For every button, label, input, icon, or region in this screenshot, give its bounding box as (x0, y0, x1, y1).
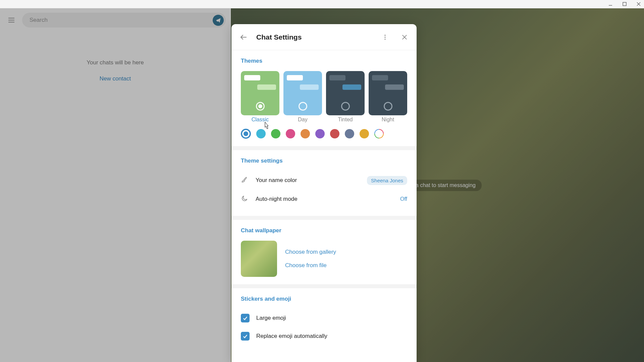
wallpaper-links: Choose from gallery Choose from file (285, 249, 336, 269)
svg-rect-1 (623, 2, 626, 6)
themes-section: Themes Classic Day (231, 50, 417, 146)
theme-radio-day (299, 102, 307, 111)
theme-preview-day (283, 71, 322, 115)
back-button[interactable] (237, 31, 250, 44)
replace-emoji-row[interactable]: Replace emoji automatically (241, 327, 407, 345)
modal-body: Themes Classic Day (231, 50, 417, 362)
svg-point-8 (384, 37, 385, 38)
accent-color-red[interactable] (330, 129, 339, 138)
stickers-section: Stickers and emoji Large emoji Replace e… (231, 284, 417, 353)
check-icon (242, 315, 248, 321)
stickers-title: Stickers and emoji (241, 296, 407, 302)
accent-color-custom[interactable] (374, 129, 384, 138)
wallpaper-row: Choose from gallery Choose from file (241, 241, 407, 277)
themes-title: Themes (241, 58, 407, 64)
theme-settings-section: Theme settings Your name color Sheena Jo… (231, 146, 417, 216)
theme-card-classic[interactable]: Classic (241, 71, 279, 123)
large-emoji-label: Large emoji (256, 315, 286, 321)
theme-card-day[interactable]: Day (283, 71, 322, 123)
more-vertical-icon (382, 34, 388, 41)
name-color-row[interactable]: Your name color Sheena Jones (241, 171, 407, 190)
theme-label-classic: Classic (252, 117, 269, 123)
theme-settings-title: Theme settings (241, 158, 407, 164)
theme-label-night: Night (382, 117, 394, 123)
theme-preview-night (369, 71, 407, 115)
arrow-left-icon (239, 33, 248, 41)
theme-radio-classic (256, 102, 265, 111)
name-color-value: Sheena Jones (367, 176, 407, 185)
close-icon (401, 34, 408, 41)
accent-color-cyan[interactable] (256, 129, 266, 138)
accent-color-purple[interactable] (315, 129, 325, 138)
more-menu-button[interactable] (378, 31, 392, 44)
name-color-label: Your name color (256, 177, 360, 184)
svg-point-9 (384, 39, 385, 40)
accent-color-green[interactable] (271, 129, 280, 138)
accent-color-row (241, 129, 407, 139)
check-icon (242, 333, 248, 339)
auto-night-label: Auto-night mode (256, 196, 393, 202)
replace-emoji-label: Replace emoji automatically (256, 333, 327, 340)
accent-color-gold[interactable] (360, 129, 369, 138)
svg-point-7 (384, 35, 385, 36)
modal-header: Chat Settings (231, 24, 417, 50)
moon-icon (241, 195, 249, 203)
auto-night-row[interactable]: Auto-night mode Off (241, 190, 407, 208)
theme-preview-classic (241, 71, 279, 115)
replace-emoji-checkbox[interactable] (241, 332, 250, 341)
wallpaper-title: Chat wallpaper (241, 227, 407, 234)
sidebar: Your chats will be here New contact (0, 8, 231, 362)
choose-from-file-link[interactable]: Choose from file (285, 262, 336, 269)
modal-title: Chat Settings (256, 33, 372, 41)
theme-label-tinted: Tinted (338, 117, 353, 123)
theme-preview-tinted (326, 71, 365, 115)
chat-settings-modal: Chat Settings Themes Classic (231, 24, 417, 362)
window-titlebar (0, 0, 644, 8)
wallpaper-thumbnail[interactable] (241, 241, 277, 277)
accent-color-orange[interactable] (301, 129, 310, 138)
choose-from-gallery-link[interactable]: Choose from gallery (285, 249, 336, 255)
dim-overlay-left (0, 8, 230, 362)
theme-card-tinted[interactable]: Tinted (326, 71, 365, 123)
accent-color-selected[interactable] (241, 129, 251, 139)
window-maximize-button[interactable] (622, 1, 627, 7)
brush-icon (241, 176, 249, 185)
auto-night-value: Off (400, 196, 407, 202)
large-emoji-row[interactable]: Large emoji (241, 309, 407, 327)
window-minimize-button[interactable] (608, 1, 613, 7)
wallpaper-section: Chat wallpaper Choose from gallery Choos… (231, 216, 417, 284)
theme-radio-tinted (341, 102, 350, 111)
window-close-button[interactable] (636, 1, 641, 7)
close-button[interactable] (398, 31, 411, 44)
accent-color-pink[interactable] (286, 129, 295, 138)
theme-radio-night (384, 102, 392, 111)
large-emoji-checkbox[interactable] (241, 314, 250, 322)
accent-color-slate[interactable] (345, 129, 354, 138)
theme-label-day: Day (298, 117, 307, 123)
themes-row: Classic Day Tinted (241, 71, 407, 123)
theme-card-night[interactable]: Night (369, 71, 407, 123)
